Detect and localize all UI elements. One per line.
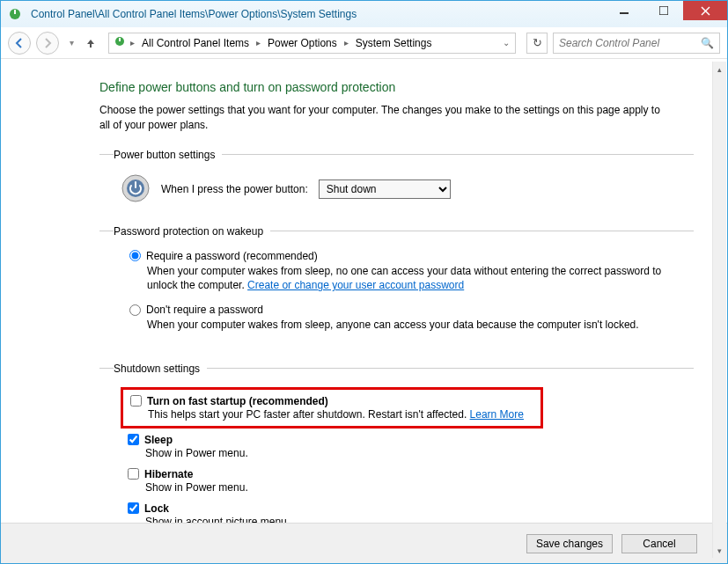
window-title: Control Panel\All Control Panel Items\Po… (31, 8, 357, 20)
password-protection-settings: Password protection on wakeup Require a … (99, 225, 694, 350)
chevron-right-icon: ▸ (344, 38, 349, 48)
search-box[interactable]: 🔍 (553, 33, 720, 54)
shutdown-settings: Shutdown settings Turn on fast startup (… (99, 363, 694, 523)
lock-desc: Show in account picture menu. (128, 516, 694, 523)
breadcrumb-icon (113, 34, 127, 51)
power-icon (121, 173, 151, 206)
page-description: Choose the power settings that you want … (99, 103, 663, 133)
scrollbar[interactable]: ▴ ▾ (712, 62, 726, 558)
chevron-right-icon: ▸ (130, 38, 135, 48)
no-password-radio[interactable]: Don't require a password (129, 304, 694, 316)
require-password-radio[interactable]: Require a password (recommended) (129, 250, 694, 262)
back-button[interactable] (8, 32, 31, 55)
power-options-icon (8, 7, 22, 21)
svg-rect-8 (119, 38, 121, 41)
sleep-desc: Show in Power menu. (128, 447, 694, 459)
breadcrumb-item[interactable]: System Settings (352, 37, 436, 49)
fieldset-legend: Shutdown settings (114, 363, 207, 375)
scroll-down-icon[interactable]: ▾ (713, 543, 726, 558)
svg-rect-2 (620, 12, 629, 14)
minimize-button[interactable] (604, 1, 643, 20)
power-button-label: When I press the power button: (161, 183, 308, 195)
sleep-checkbox[interactable]: Sleep (128, 434, 694, 446)
titlebar: Control Panel\All Control Panel Items\Po… (1, 1, 727, 27)
breadcrumb-dropdown[interactable]: ⌄ (499, 38, 513, 48)
window-controls (604, 1, 727, 20)
no-password-desc: When your computer wakes from sleep, any… (129, 318, 666, 333)
scroll-up-icon[interactable]: ▴ (713, 62, 726, 77)
lock-checkbox[interactable]: Lock (128, 502, 694, 515)
hibernate-checkbox[interactable]: Hibernate (128, 468, 694, 480)
svg-rect-6 (90, 43, 92, 48)
refresh-button[interactable]: ↻ (526, 33, 548, 54)
fast-startup-desc: This helps start your PC faster after sh… (130, 408, 533, 421)
forward-button[interactable] (36, 32, 59, 55)
require-password-desc: When your computer wakes from sleep, no … (129, 264, 666, 294)
up-button[interactable] (84, 36, 98, 50)
toolbar: ▾ ▸ All Control Panel Items ▸ Power Opti… (1, 27, 727, 59)
scroll-pane: Define power buttons and turn on passwor… (1, 59, 727, 523)
history-dropdown[interactable]: ▾ (64, 36, 78, 50)
fieldset-legend: Password protection on wakeup (114, 225, 270, 238)
svg-rect-3 (659, 6, 668, 15)
search-input[interactable] (559, 37, 701, 49)
close-button[interactable] (683, 1, 727, 20)
content-area: Define power buttons and turn on passwor… (1, 59, 727, 523)
page-title: Define power buttons and turn on passwor… (99, 80, 694, 94)
power-button-settings: Power button settings When I press the p… (99, 149, 694, 213)
breadcrumb-item[interactable]: Power Options (264, 37, 341, 49)
breadcrumb-item[interactable]: All Control Panel Items (138, 37, 253, 49)
highlight-annotation: Turn on fast startup (recommended) This … (121, 387, 543, 428)
save-button[interactable]: Save changes (526, 534, 613, 553)
learn-more-link[interactable]: Learn More (470, 408, 524, 421)
hibernate-desc: Show in Power menu. (128, 481, 694, 494)
footer: Save changes Cancel (1, 523, 727, 563)
power-button-select[interactable]: Shut down (319, 179, 451, 199)
fieldset-legend: Power button settings (114, 149, 222, 161)
cancel-button[interactable]: Cancel (621, 534, 697, 553)
maximize-button[interactable] (643, 1, 683, 20)
breadcrumb[interactable]: ▸ All Control Panel Items ▸ Power Option… (108, 33, 516, 54)
search-icon: 🔍 (701, 37, 714, 49)
svg-rect-1 (14, 10, 16, 14)
create-password-link[interactable]: Create or change your user account passw… (247, 279, 464, 291)
chevron-right-icon: ▸ (256, 38, 261, 48)
fast-startup-checkbox[interactable]: Turn on fast startup (recommended) (130, 395, 533, 407)
